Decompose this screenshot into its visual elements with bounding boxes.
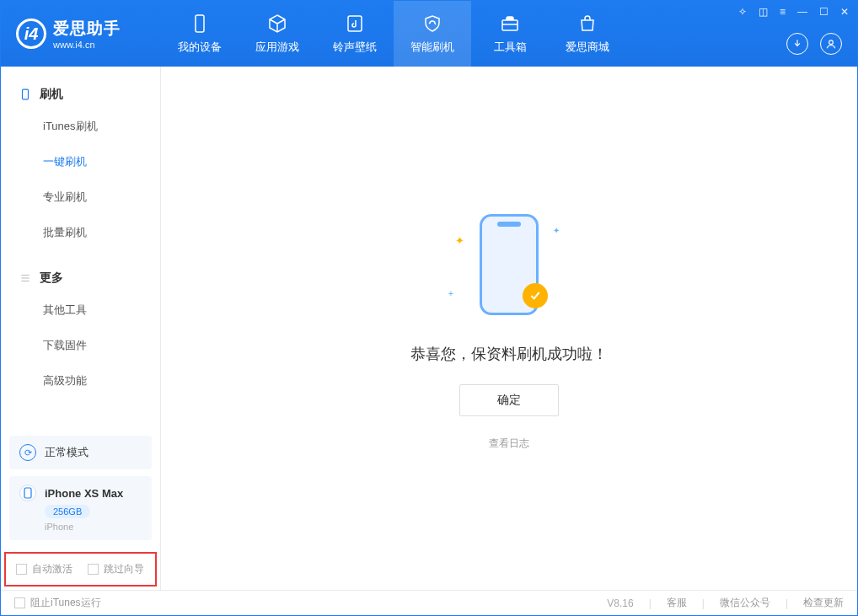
nav-label: 爱思商城 bbox=[566, 40, 609, 55]
toolbox-icon bbox=[499, 13, 521, 35]
checkbox-icon bbox=[16, 564, 27, 575]
check-badge-icon bbox=[523, 283, 548, 308]
device-icon bbox=[189, 13, 211, 35]
device-info-box[interactable]: iPhone XS Max 256GB iPhone bbox=[9, 476, 152, 540]
cube-icon bbox=[266, 13, 288, 35]
device-name: iPhone XS Max bbox=[45, 487, 123, 500]
user-button[interactable] bbox=[820, 33, 842, 55]
ok-button[interactable]: 确定 bbox=[459, 384, 559, 416]
checkbox-icon bbox=[14, 597, 25, 608]
svg-rect-4 bbox=[23, 89, 29, 99]
nav-smart-flash[interactable]: 智能刷机 bbox=[394, 1, 471, 67]
checkbox-label: 自动激活 bbox=[32, 562, 72, 576]
footer-link-wechat[interactable]: 微信公众号 bbox=[720, 596, 770, 610]
music-icon bbox=[344, 13, 366, 35]
bag-icon bbox=[576, 13, 598, 35]
svg-rect-1 bbox=[348, 16, 362, 31]
svg-rect-5 bbox=[24, 488, 31, 498]
sidebar-item-itunes-flash[interactable]: iTunes刷机 bbox=[43, 109, 160, 144]
svg-rect-0 bbox=[196, 15, 204, 32]
mode-icon: ⟳ bbox=[19, 444, 36, 461]
nav-my-device[interactable]: 我的设备 bbox=[161, 1, 239, 67]
view-log-link[interactable]: 查看日志 bbox=[489, 437, 529, 451]
maximize-button[interactable]: ☐ bbox=[819, 6, 829, 18]
status-bar: 阻止iTunes运行 V8.16 | 客服 | 微信公众号 | 检查更新 bbox=[1, 590, 857, 615]
nav-label: 应用游戏 bbox=[255, 40, 299, 55]
device-storage: 256GB bbox=[45, 505, 90, 518]
feedback-icon[interactable]: ✧ bbox=[738, 6, 747, 18]
app-header: i4 爱思助手 www.i4.cn 我的设备 应用游戏 铃声壁纸 智能刷机 工具… bbox=[1, 1, 857, 67]
header-actions bbox=[786, 33, 842, 55]
window-controls: ✧ ◫ ≡ — ☐ ✕ bbox=[738, 6, 849, 18]
sidebar-item-pro-flash[interactable]: 专业刷机 bbox=[43, 179, 160, 215]
device-panel: ⟳ 正常模式 iPhone XS Max 256GB iPhone bbox=[1, 427, 160, 549]
nav-store[interactable]: 爱思商城 bbox=[549, 1, 626, 67]
minimize-button[interactable]: — bbox=[797, 6, 807, 18]
sidebar-item-advanced[interactable]: 高级功能 bbox=[43, 363, 160, 399]
sidebar-item-batch-flash[interactable]: 批量刷机 bbox=[43, 215, 160, 250]
success-message: 恭喜您，保资料刷机成功啦！ bbox=[410, 344, 608, 364]
version-label: V8.16 bbox=[607, 597, 633, 609]
device-mode-box[interactable]: ⟳ 正常模式 bbox=[9, 436, 152, 469]
logo-icon: i4 bbox=[16, 19, 46, 49]
footer-link-support[interactable]: 客服 bbox=[667, 596, 687, 610]
sparkle-icon: ✦ bbox=[455, 234, 464, 247]
device-phone-icon bbox=[19, 485, 36, 501]
app-url: www.i4.cn bbox=[53, 40, 121, 50]
device-type: iPhone bbox=[45, 522, 142, 532]
logo-area: i4 爱思助手 www.i4.cn bbox=[1, 18, 161, 50]
nav-label: 工具箱 bbox=[494, 40, 527, 55]
flash-options-row: 自动激活 跳过向导 bbox=[4, 552, 157, 587]
nav-apps-games[interactable]: 应用游戏 bbox=[239, 1, 316, 67]
checkbox-label: 阻止iTunes运行 bbox=[30, 596, 101, 610]
main-content: ✦ ✦ + 恭喜您，保资料刷机成功啦！ 确定 查看日志 bbox=[161, 67, 857, 590]
sidebar-item-other-tools[interactable]: 其他工具 bbox=[43, 292, 160, 328]
footer-link-update[interactable]: 检查更新 bbox=[803, 596, 844, 610]
sidebar: 刷机 iTunes刷机 一键刷机 专业刷机 批量刷机 更多 其他工具 下载固件 … bbox=[1, 67, 161, 590]
nav-label: 智能刷机 bbox=[410, 40, 454, 55]
checkbox-icon bbox=[88, 564, 99, 575]
checkbox-label: 跳过向导 bbox=[104, 562, 144, 576]
menu-icon[interactable]: ≡ bbox=[780, 6, 786, 18]
sparkle-icon: ✦ bbox=[553, 226, 560, 235]
app-title: 爱思助手 bbox=[53, 18, 121, 40]
nav-ringtone-wallpaper[interactable]: 铃声壁纸 bbox=[316, 1, 394, 67]
download-button[interactable] bbox=[786, 33, 808, 55]
checkbox-auto-activate[interactable]: 自动激活 bbox=[16, 562, 72, 576]
svg-point-3 bbox=[829, 40, 834, 45]
nav-toolbox[interactable]: 工具箱 bbox=[471, 1, 549, 67]
nav-label: 铃声壁纸 bbox=[333, 40, 377, 55]
skin-icon[interactable]: ◫ bbox=[759, 6, 768, 18]
sidebar-section-more: 更多 bbox=[1, 264, 160, 292]
list-icon bbox=[19, 272, 31, 284]
sidebar-item-download-firmware[interactable]: 下载固件 bbox=[43, 328, 160, 363]
checkbox-skip-guide[interactable]: 跳过向导 bbox=[88, 562, 144, 576]
sidebar-item-oneclick-flash[interactable]: 一键刷机 bbox=[43, 144, 160, 179]
main-nav: 我的设备 应用游戏 铃声壁纸 智能刷机 工具箱 爱思商城 bbox=[161, 1, 626, 67]
sparkle-icon: + bbox=[448, 289, 453, 298]
success-illustration: ✦ ✦ + bbox=[433, 206, 585, 324]
device-mode-label: 正常模式 bbox=[45, 445, 88, 460]
phone-icon bbox=[19, 88, 31, 100]
sidebar-section-title: 刷机 bbox=[40, 87, 63, 102]
checkbox-block-itunes[interactable]: 阻止iTunes运行 bbox=[14, 596, 101, 610]
svg-rect-2 bbox=[502, 20, 517, 30]
close-button[interactable]: ✕ bbox=[840, 6, 849, 18]
sidebar-section-title: 更多 bbox=[40, 271, 63, 286]
nav-label: 我的设备 bbox=[178, 40, 222, 55]
sidebar-section-flash: 刷机 bbox=[1, 80, 160, 109]
refresh-shield-icon bbox=[421, 13, 443, 35]
